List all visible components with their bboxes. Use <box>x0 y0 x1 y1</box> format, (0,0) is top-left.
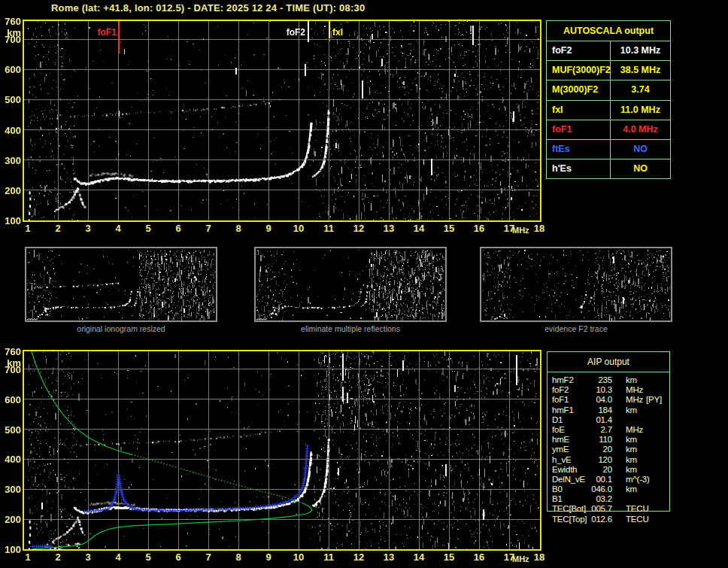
y-tick-600: 600 <box>2 394 21 405</box>
aip-row-b1: B103.2 <box>548 494 669 504</box>
fxI-marker-label: fxI <box>332 27 343 38</box>
x-tick-8: 8 <box>229 223 247 234</box>
aip-row-d1: D101.4 <box>548 415 669 425</box>
page-title: Rome (lat: +41.8, lon: 012.5) - DATE: 20… <box>51 2 365 14</box>
aip-row-tecbot: TEC[Bot]005.7TECU <box>548 504 669 514</box>
autoscala-value-fof1: 4.0 MHz <box>611 120 670 139</box>
aip-value-ewidth: 20 <box>581 465 612 475</box>
autoscala-value-muf3000f2: 38.5 MHz <box>611 61 670 80</box>
aip-param-hmf2: hmF2 <box>552 375 574 385</box>
aip-param-d1: D1 <box>552 415 563 425</box>
aip-param-hve: h_vE <box>552 455 571 465</box>
aip-value-tecbot: 005.7 <box>581 504 612 514</box>
x-tick-15: 15 <box>440 223 458 234</box>
aip-row-fof1: foF104.0MHz[PY] <box>548 395 669 405</box>
aip-row-foe: foE2.7MHz <box>548 425 669 435</box>
autoscala-row-m3000f2: M(3000)F23.74 <box>547 80 670 99</box>
x-tick-9: 9 <box>259 551 278 563</box>
top-ionogram-plot: foF1 foF2 fxI <box>23 20 541 222</box>
y-tick-600: 600 <box>2 64 21 75</box>
aip-param-fof2: foF2 <box>552 385 569 395</box>
aip-value-hme: 110 <box>581 435 612 445</box>
aip-param-fof1: foF1 <box>552 395 569 405</box>
aip-note-fof1: [PY] <box>646 395 662 405</box>
thumbnail-original-canvas <box>26 248 216 320</box>
autoscala-table-title: AUTOSCALA output <box>547 21 670 41</box>
thumbnail-caption-evidence: evidence F2 trace <box>480 324 672 333</box>
x-tick-16: 16 <box>470 551 488 563</box>
top-ionogram-canvas <box>24 21 540 220</box>
aip-param-hme: hmE <box>552 435 569 445</box>
x-tick-2: 2 <box>49 223 67 234</box>
x-tick-1: 1 <box>19 551 37 563</box>
autoscala-value-fxi: 11.0 MHz <box>611 101 670 120</box>
autoscala-param-m3000f2: M(3000)F2 <box>547 80 611 99</box>
aip-value-hmf1: 184 <box>581 405 612 415</box>
autoscala-param-fxi: fxI <box>547 101 611 120</box>
foF1-marker-line <box>118 21 120 53</box>
autoscala-table-rows: foF210.3 MHzMUF(3000)F238.5 MHzM(3000)F2… <box>547 41 670 178</box>
y-tick-200: 200 <box>2 185 21 196</box>
y-tick-700: 700 <box>2 364 21 375</box>
autoscala-param-fof2: foF2 <box>547 41 611 60</box>
x-tick-4: 4 <box>109 223 127 234</box>
thumbnail-eliminate-reflections <box>254 247 447 322</box>
y-tick-700: 700 <box>2 34 21 45</box>
aip-unit-hme: km <box>626 435 637 445</box>
y-tick-300: 300 <box>2 155 21 166</box>
autoscala-value-ftes: NO <box>611 140 670 159</box>
aip-value-yme: 20 <box>581 445 612 454</box>
aip-row-yme: ymE20km <box>548 445 669 454</box>
autoscala-value-fof2: 10.3 MHz <box>611 41 670 60</box>
aip-param-hmf1: hmF1 <box>552 405 574 415</box>
aip-row-tectop: TEC[Top]012.6TECU <box>548 515 669 524</box>
x-tick-8: 8 <box>229 551 247 563</box>
aip-unit-tectop: TECU <box>626 515 649 524</box>
foF2-marker-label: foF2 <box>281 27 305 38</box>
autoscala-row-fxi: fxI11.0 MHz <box>547 100 670 120</box>
y-tick-400: 400 <box>2 125 21 136</box>
x-tick-5: 5 <box>139 551 157 563</box>
aip-table-title: AIP output <box>548 357 669 367</box>
aip-value-fof1: 04.0 <box>581 395 612 405</box>
aip-unit-hmf1: km <box>626 405 637 415</box>
y-tick-400: 400 <box>2 454 21 465</box>
x-tick-6: 6 <box>169 223 187 234</box>
autoscala-row-hes: h'EsNO <box>547 159 670 178</box>
x-tick-16: 16 <box>470 223 488 234</box>
x-tick-9: 9 <box>259 223 278 234</box>
x-tick-14: 14 <box>410 223 428 234</box>
x-tick-3: 3 <box>79 223 97 234</box>
aip-unit-fof1: MHz <box>626 395 643 405</box>
thumbnail-evidence-canvas <box>481 248 671 320</box>
aip-row-ewidth: Ewidth20km <box>548 465 669 475</box>
x-tick-13: 13 <box>380 551 398 563</box>
aip-value-foe: 2.7 <box>581 425 612 435</box>
y-tick-200: 200 <box>2 514 21 525</box>
aip-value-b0: 046.0 <box>581 484 612 494</box>
x-axis-unit: MHz <box>512 554 529 563</box>
aip-title-divider <box>548 372 669 372</box>
aip-row-hme: hmE110km <box>548 435 669 445</box>
x-tick-1: 1 <box>19 223 37 234</box>
foF2-marker-line <box>308 21 309 42</box>
aip-row-fof2: foF210.3MHz <box>548 385 669 395</box>
x-tick-12: 12 <box>350 551 368 563</box>
aip-value-hmf2: 235 <box>581 375 612 385</box>
y-tick-760: 760 <box>2 16 21 27</box>
x-tick-7: 7 <box>199 223 217 234</box>
aip-unit-foe: MHz <box>626 425 643 435</box>
thumbnail-caption-original: original ionogram resized <box>25 324 217 333</box>
autoscala-row-muf3000f2: MUF(3000)F238.5 MHz <box>547 60 670 80</box>
autoscala-row-fof1: foF14.0 MHz <box>547 120 670 139</box>
aip-row-b0: B0046.0km <box>548 484 669 494</box>
x-tick-6: 6 <box>169 551 187 563</box>
aip-unit-b0: km <box>626 484 637 494</box>
aip-unit-yme: km <box>626 445 637 454</box>
autoscala-param-hes: h'Es <box>547 159 611 178</box>
aip-row-hmf2: hmF2235km <box>548 375 669 385</box>
autoscala-screen: Rome (lat: +41.8, lon: 012.5) - DATE: 20… <box>0 0 728 568</box>
thumbnail-original-ionogram <box>25 247 217 322</box>
bottom-ionogram-canvas <box>24 351 540 549</box>
thumbnail-eliminate-canvas <box>256 248 445 320</box>
